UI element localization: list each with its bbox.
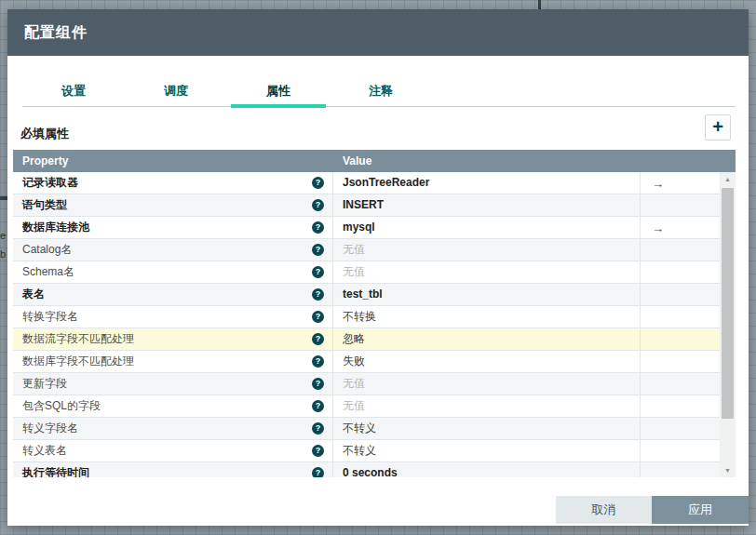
tab-properties[interactable]: 属性: [227, 83, 330, 106]
property-value-cell[interactable]: 0 seconds: [333, 462, 641, 477]
table-row: 转义表名 ? 不转义: [13, 440, 720, 462]
canvas-fragment: [0, 196, 7, 200]
help-icon[interactable]: ?: [312, 199, 324, 211]
property-value-cell[interactable]: 无值: [333, 373, 641, 395]
property-name-cell: 记录读取器 ?: [13, 172, 333, 194]
property-value-cell[interactable]: 不转换: [333, 306, 641, 328]
table-row: 数据库字段不匹配处理 ? 失败: [13, 351, 720, 373]
column-header-property: Property: [13, 150, 333, 172]
table-row: Schema名 ? 无值: [13, 261, 720, 284]
go-to-service-cell: [641, 440, 720, 461]
scroll-down-icon[interactable]: ▼: [720, 467, 736, 474]
configure-component-dialog: 配置组件 设置调度属性注释 必填属性 + Property Value 记录读取…: [7, 9, 749, 526]
property-value: 不转换: [343, 310, 376, 323]
go-to-service-cell: [641, 351, 720, 372]
property-name-cell: Schema名 ?: [13, 261, 333, 283]
property-value-cell[interactable]: 忽略: [333, 328, 641, 350]
property-name: Catalog名: [22, 243, 72, 256]
property-name-cell: 语句类型 ?: [13, 194, 333, 216]
help-icon[interactable]: ?: [312, 422, 324, 435]
table-row: 包含SQL的字段 ? 无值: [13, 395, 720, 418]
go-to-service-cell: [641, 462, 720, 477]
property-value-cell[interactable]: 不转义: [333, 418, 641, 439]
property-value-cell[interactable]: 无值: [333, 261, 641, 283]
property-value-cell[interactable]: test_tbl: [333, 284, 641, 305]
property-value-cell[interactable]: 无值: [333, 239, 641, 261]
go-to-service-cell: [641, 261, 720, 283]
table-row: 转义字段名 ? 不转义: [13, 418, 720, 440]
canvas-fragment: e: [0, 230, 7, 241]
go-to-service-cell: [641, 239, 720, 261]
property-name-cell: 数据流字段不匹配处理 ?: [13, 328, 333, 350]
table-row: Catalog名 ? 无值: [13, 239, 720, 261]
scroll-thumb[interactable]: [722, 188, 734, 419]
property-value: INSERT: [343, 198, 384, 211]
tab-comments[interactable]: 注释: [330, 83, 432, 106]
property-name: 转义表名: [22, 444, 67, 457]
help-icon[interactable]: ?: [312, 311, 324, 323]
property-value-cell[interactable]: mysql: [333, 217, 641, 238]
property-name: 执行等待时间: [22, 466, 89, 477]
help-icon[interactable]: ?: [312, 266, 324, 278]
add-property-button[interactable]: +: [705, 114, 731, 140]
properties-table: Property Value 记录读取器 ? JsonTreeReader → …: [13, 150, 736, 477]
property-name: 包含SQL的字段: [22, 399, 101, 412]
property-name: 转义字段名: [22, 421, 78, 435]
property-name-cell: 包含SQL的字段 ?: [13, 395, 333, 417]
table-row: 语句类型 ? INSERT: [13, 194, 720, 217]
property-value: 不转义: [343, 421, 376, 435]
help-icon[interactable]: ?: [312, 244, 324, 256]
help-icon[interactable]: ?: [312, 400, 324, 412]
help-icon[interactable]: ?: [312, 467, 324, 477]
property-value-cell[interactable]: JsonTreeReader: [333, 172, 641, 194]
help-icon[interactable]: ?: [312, 355, 324, 368]
arrow-right-icon[interactable]: →: [652, 221, 664, 235]
tab-scheduling[interactable]: 调度: [125, 83, 227, 106]
property-name: 表名: [22, 288, 45, 301]
property-name: 数据库连接池: [22, 221, 89, 234]
go-to-service-cell: →: [641, 172, 720, 194]
property-value: JsonTreeReader: [343, 176, 429, 189]
table-row: 转换字段名 ? 不转换: [13, 306, 720, 328]
table-row: 更新字段 ? 无值: [13, 373, 720, 395]
cancel-button[interactable]: 取消: [556, 496, 652, 524]
go-to-service-cell: →: [641, 217, 720, 238]
table-rows: 记录读取器 ? JsonTreeReader → 语句类型 ? INSERT 数…: [13, 172, 720, 477]
property-name-cell: 执行等待时间 ?: [13, 462, 333, 477]
go-to-service-cell: [641, 328, 720, 350]
dialog-header: 配置组件: [7, 9, 749, 56]
property-name-cell: Catalog名 ?: [13, 239, 333, 261]
property-name-cell: 数据库连接池 ?: [13, 217, 333, 238]
tab-settings[interactable]: 设置: [22, 83, 125, 106]
table-row: 表名 ? test_tbl: [13, 284, 720, 306]
property-value: 无值: [343, 243, 365, 256]
property-name-cell: 转义表名 ?: [13, 440, 333, 461]
property-value-cell[interactable]: 无值: [333, 395, 641, 417]
dialog-title: 配置组件: [7, 9, 749, 56]
property-name-cell: 数据库字段不匹配处理 ?: [13, 351, 333, 372]
property-name: 记录读取器: [22, 176, 78, 189]
help-icon[interactable]: ?: [312, 333, 324, 345]
property-value-cell[interactable]: 不转义: [333, 440, 641, 461]
property-name-cell: 转义字段名 ?: [13, 418, 333, 439]
property-name-cell: 表名 ?: [13, 284, 333, 305]
property-value: 不转义: [343, 444, 376, 457]
property-value-cell[interactable]: 失败: [333, 351, 641, 372]
help-icon[interactable]: ?: [312, 177, 324, 189]
arrow-right-icon[interactable]: →: [652, 177, 664, 191]
go-to-service-cell: [641, 194, 720, 216]
table-body: 记录读取器 ? JsonTreeReader → 语句类型 ? INSERT 数…: [13, 172, 736, 477]
help-icon[interactable]: ?: [312, 288, 324, 301]
property-value-cell[interactable]: INSERT: [333, 194, 641, 216]
help-icon[interactable]: ?: [312, 378, 324, 390]
help-icon[interactable]: ?: [312, 445, 324, 457]
canvas-fragment: [538, 0, 541, 9]
table-scrollbar[interactable]: ▲ ▼: [720, 172, 736, 477]
scroll-up-icon[interactable]: ▲: [720, 176, 736, 182]
property-name: 语句类型: [22, 198, 67, 211]
apply-button[interactable]: 应用: [652, 496, 749, 524]
property-value: 0 seconds: [343, 466, 398, 477]
help-icon[interactable]: ?: [312, 221, 324, 234]
property-name: Schema名: [22, 265, 74, 278]
property-value: 无值: [343, 399, 365, 412]
